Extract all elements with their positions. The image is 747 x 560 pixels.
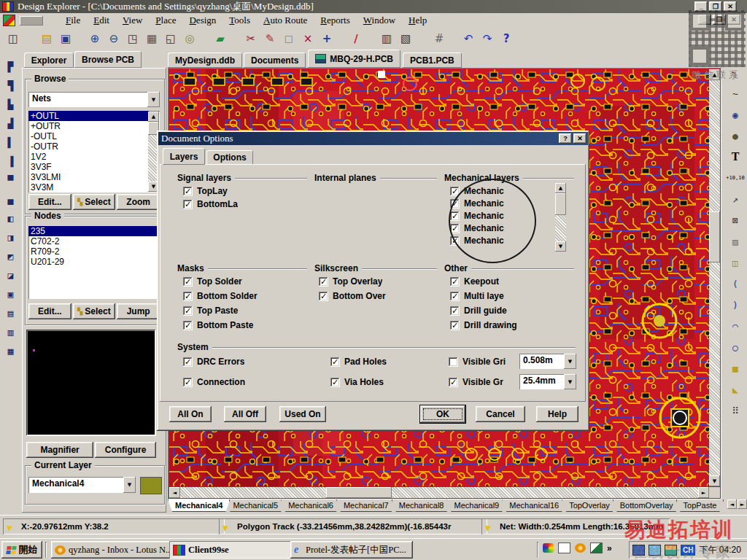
list-item[interactable]: 3V3M <box>28 182 149 192</box>
scroll-thumb[interactable] <box>555 193 566 215</box>
quicklaunch-notes-edit-icon[interactable] <box>558 542 570 553</box>
chevron-down-icon[interactable]: ▼ <box>123 477 136 493</box>
all-off-button[interactable]: All Off <box>224 406 266 422</box>
layer-tab[interactable]: BottomOverlay <box>613 499 681 512</box>
canvas-vscrollbar[interactable]: ▲ ▼ <box>709 69 720 486</box>
menu-design[interactable]: Design <box>182 13 222 28</box>
list-item[interactable]: -OUTL <box>28 131 149 141</box>
checkbox-row[interactable]: ✓Drill drawing <box>450 320 530 330</box>
print-icon[interactable]: ▦ <box>143 30 160 47</box>
place-dimension-icon[interactable]: ↗ <box>727 191 744 207</box>
layer-color-swatch[interactable] <box>140 477 162 494</box>
checkbox-row[interactable]: ✓Via Holes <box>330 377 384 387</box>
brush-icon[interactable]: ✎ <box>261 30 279 47</box>
place-room-icon[interactable]: ⊠ <box>727 212 744 228</box>
menu-window[interactable]: Window <box>357 13 402 28</box>
layer-tabs-left-icon[interactable]: ◄ <box>727 499 737 509</box>
layer-tab[interactable]: Mechanical6 <box>281 499 341 512</box>
layer-tab[interactable]: Mechanical7 <box>336 499 396 512</box>
quicklaunch-overflow-icon[interactable]: » <box>607 543 612 553</box>
list-item[interactable]: U201-29 <box>28 257 160 267</box>
place-polygon-icon[interactable]: ◣ <box>727 381 744 397</box>
space-v-icon[interactable]: ◩ <box>2 248 20 264</box>
place-circle-icon[interactable]: ○ <box>727 339 744 355</box>
place-arc-any-icon[interactable]: ◠ <box>727 318 744 334</box>
dialog-close-icon[interactable]: ✕ <box>573 133 587 144</box>
all-on-button[interactable]: All On <box>169 406 212 422</box>
scroll-right-icon[interactable]: ► <box>698 487 709 498</box>
align-vcenter-icon[interactable]: ▄ <box>2 191 20 207</box>
align-top-icon[interactable]: ▀ <box>2 172 20 188</box>
select-area-icon[interactable]: ◻ <box>280 30 298 47</box>
align-left-icon[interactable]: ▛ <box>2 58 20 74</box>
window-titlebar[interactable]: Design Explorer - [C:\Documents and Sett… <box>0 0 747 13</box>
nodes-jump-button[interactable]: Jump <box>117 303 160 319</box>
dialog-titlebar[interactable]: Document Options ? ✕ <box>158 132 588 145</box>
nets-list[interactable]: +OUTL +OUTR -OUTL -OUTR 1V2 3V3F 3V3LMI … <box>28 111 160 192</box>
place-coordinate-icon[interactable]: +10,10 <box>727 170 744 186</box>
nets-select-button[interactable]: ▚ Select <box>73 194 116 210</box>
place-pad-icon[interactable]: ● <box>727 128 744 144</box>
align-bottom-icon[interactable]: ◧ <box>2 210 20 226</box>
scroll-down-icon[interactable]: ▼ <box>709 475 720 486</box>
doc-tab-mydesign[interactable]: MyDesign.ddb <box>168 52 242 68</box>
menu-place[interactable]: Place <box>149 13 182 28</box>
layer-tab[interactable]: Mechanical5 <box>225 499 285 512</box>
canvas-hscrollbar[interactable]: ◄ ► <box>169 487 709 498</box>
browse-type-combo[interactable]: Nets ▼ <box>28 92 160 107</box>
scroll-thumb[interactable] <box>326 487 392 498</box>
cutter-icon[interactable]: ✂ <box>242 30 260 47</box>
menu-view[interactable]: View <box>116 13 149 28</box>
help-button[interactable]: Help <box>536 406 578 422</box>
layer-tab[interactable]: TopPaste <box>676 499 724 512</box>
place-arc-edge-icon[interactable]: ~ <box>727 85 744 101</box>
doc-tab-documents[interactable]: Documents <box>244 52 306 68</box>
place-fill-hatch-icon[interactable]: ▨ <box>727 233 744 249</box>
menu-reports[interactable]: Reports <box>314 13 356 28</box>
place-arc-center-icon[interactable]: ( <box>727 276 744 292</box>
doc-tab-pcb1[interactable]: PCB1.PCB <box>403 52 462 68</box>
checkbox-row[interactable]: ✓Connection <box>183 377 256 387</box>
layer-tab[interactable]: Mechanical16 <box>502 499 566 512</box>
scroll-thumb[interactable] <box>709 211 720 262</box>
list-item[interactable]: 3V3F <box>28 162 149 172</box>
placement-tools-icon[interactable]: ▦ <box>2 343 20 359</box>
layer-tab[interactable]: Mechanical4 <box>168 499 230 512</box>
checkbox-row[interactable]: ✓Visible Gr <box>449 377 516 387</box>
quicklaunch-excel-icon[interactable] <box>590 542 603 553</box>
checkbox-row[interactable]: ✓Keepout <box>450 276 499 287</box>
list-item[interactable]: +OUTR <box>28 121 149 131</box>
zoom-window-icon[interactable]: ◳ <box>124 30 142 47</box>
checkbox-row[interactable]: ✓Top Paste <box>183 306 238 316</box>
space-h-icon[interactable]: ▌ <box>2 134 20 150</box>
grid-icon[interactable]: # <box>430 30 448 47</box>
tab-explorer[interactable]: Explorer <box>24 52 74 68</box>
quicklaunch-msn-icon[interactable] <box>543 543 554 553</box>
arrange-rect-icon[interactable]: ▤ <box>2 305 20 321</box>
open-icon[interactable]: ▤ <box>38 30 55 47</box>
list-item[interactable]: -OUTR <box>28 141 149 152</box>
current-layer-combo[interactable]: Mechanical4 ▼ <box>28 477 136 493</box>
scroll-down-icon[interactable]: ▼ <box>555 241 566 252</box>
configure-button[interactable]: Configure <box>95 442 156 458</box>
quicklaunch-lotus-icon[interactable] <box>575 543 586 553</box>
visible-grid2-combo[interactable]: 25.4mm ▼ <box>519 374 576 389</box>
document-icon[interactable] <box>3 15 15 26</box>
move-icon[interactable]: + <box>318 30 336 47</box>
menu-file[interactable]: File <box>59 13 87 28</box>
doc-tab-mbq29h[interactable]: MBQ-29-H.PCB <box>308 50 400 68</box>
mechanical-scrollbar[interactable]: ▲ ▼ <box>555 183 566 252</box>
view3d-icon[interactable]: ▥ <box>378 30 395 47</box>
distribute-h-icon[interactable]: ▟ <box>2 115 20 131</box>
menu-help[interactable]: Help <box>402 13 433 28</box>
zoom-select-icon[interactable]: ◎ <box>181 30 198 47</box>
board-icon[interactable]: ▰ <box>212 30 229 47</box>
scroll-up-icon[interactable]: ▲ <box>555 183 566 193</box>
layer-tab[interactable]: Mechanical8 <box>392 499 452 512</box>
dialog-help-icon[interactable]: ? <box>559 133 572 144</box>
scroll-up-icon[interactable]: ▲ <box>148 112 159 122</box>
checkbox-row[interactable]: ✓TopLay <box>183 186 228 196</box>
place-fill-icon[interactable]: ■ <box>727 360 744 376</box>
used-on-button[interactable]: Used On <box>279 406 326 422</box>
move-to-grid-icon[interactable]: ▥ <box>2 324 20 340</box>
